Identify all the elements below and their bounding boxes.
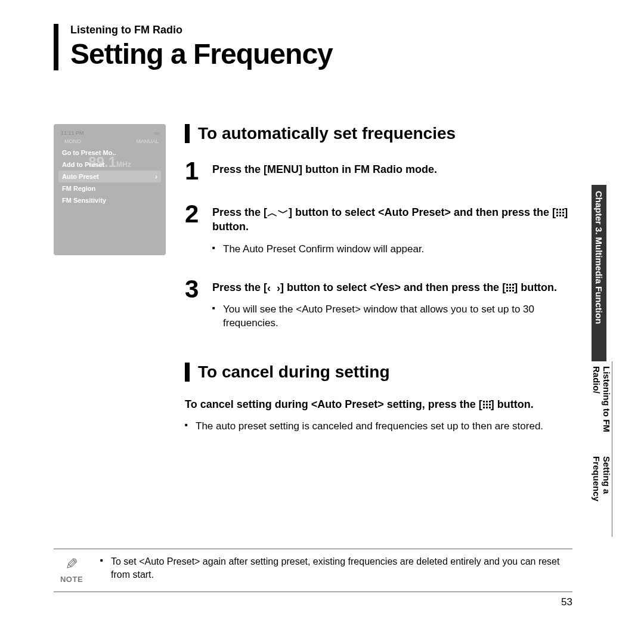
step-instruction: Press the [MENU] button in FM Radio mode… (212, 162, 572, 177)
breadcrumb: Listening to FM Radio (70, 24, 572, 36)
note-label: NOTE (60, 575, 83, 584)
note-text: To set <Auto Preset> again after setting… (100, 555, 572, 581)
device-mode-left: MONO (64, 138, 81, 144)
device-time: 11:11 PM (61, 130, 84, 136)
left-right-icon: ‹ › (267, 283, 280, 293)
step-sub-note: You will see the <Auto Preset> window th… (212, 303, 572, 330)
step-sub-note: The Auto Preset Confirm window will appe… (212, 243, 572, 256)
side-tab-line1: Listening to FM Radio/ (592, 366, 612, 456)
side-tab-line2: Setting a Frequency (592, 456, 612, 537)
step-instruction: Press the [︿﹀] button to select <Auto Pr… (212, 205, 572, 234)
grid-button-icon (556, 208, 564, 216)
device-menu: Go to Preset Mo.. Add to Preset Auto Pre… (58, 147, 161, 206)
menu-item-auto-preset: Auto Preset › (58, 171, 161, 182)
cancel-instruction: To cancel setting during <Auto Preset> s… (185, 397, 572, 411)
step-instruction: Press the [‹ ›] button to select <Yes> a… (212, 280, 572, 295)
note-bar: ✎ NOTE To set <Auto Preset> again after … (54, 549, 572, 592)
menu-item-fm-sensitivity: FM Sensitivity (58, 194, 161, 206)
title-block: Listening to FM Radio Setting a Frequenc… (54, 24, 572, 70)
step-3: 3 Press the [‹ ›] button to select <Yes>… (185, 277, 572, 333)
step-number: 3 (185, 277, 212, 333)
chevron-right-icon: › (155, 173, 157, 180)
section-heading-cancel: To cancel during setting (185, 363, 572, 382)
step-2: 2 Press the [︿﹀] button to select <Auto … (185, 202, 572, 259)
up-down-icon: ︿﹀ (267, 208, 289, 218)
pencil-icon: ✎ (65, 555, 78, 574)
menu-item-preset-mode: Go to Preset Mo.. (58, 147, 161, 159)
side-tab-chapter: Chapter 3. Multimedia Function (592, 185, 606, 361)
cancel-sub-note: The auto preset setting is canceled and … (185, 420, 572, 434)
side-tab: Chapter 3. Multimedia Function Listening… (592, 185, 608, 537)
device-mode-right: MANUAL (136, 138, 159, 144)
step-1: 1 Press the [MENU] button in FM Radio mo… (185, 159, 572, 184)
step-number: 2 (185, 202, 212, 259)
battery-icon: ▭ (154, 130, 160, 136)
page-title: Setting a Frequency (70, 38, 572, 70)
menu-item-add-preset: Add to Preset (58, 159, 161, 171)
step-number: 1 (185, 159, 212, 184)
page-number: 53 (54, 596, 572, 608)
section-heading-auto: To automatically set frequencies (185, 124, 572, 143)
grid-button-icon (482, 400, 491, 408)
device-screenshot: 11:11 PM ▭ MONO MANUAL 89.1MHz Go to Pre… (54, 124, 166, 255)
menu-item-fm-region: FM Region (58, 182, 161, 194)
grid-button-icon (506, 283, 514, 292)
